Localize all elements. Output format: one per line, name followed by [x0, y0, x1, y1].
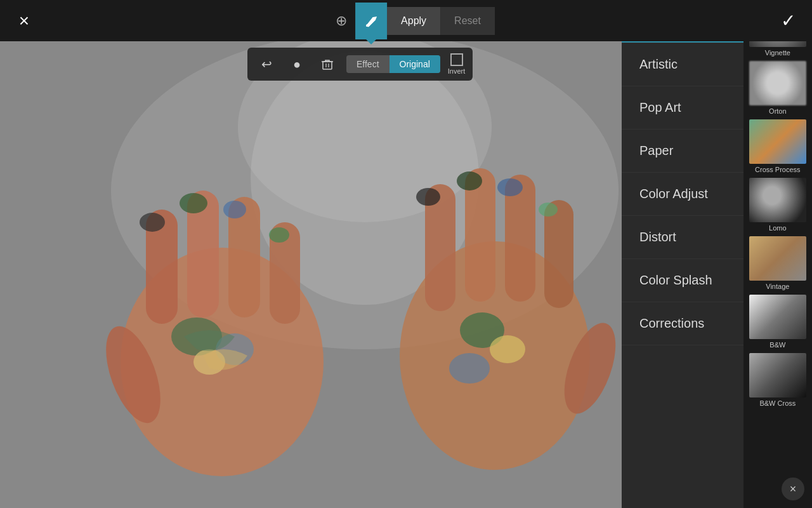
original-button[interactable]: Original — [390, 55, 440, 73]
category-paper[interactable]: Paper — [622, 130, 743, 173]
category-popart[interactable]: Pop Art — [622, 86, 743, 130]
effect-button[interactable]: Effect — [346, 55, 390, 73]
thumb-bwcross[interactable]: B&W Cross — [743, 353, 812, 409]
thumb-bwcross-img — [749, 353, 806, 398]
thumb-vintage[interactable]: Vintage — [743, 236, 812, 292]
category-distort[interactable]: Distort — [622, 216, 743, 259]
confirm-button[interactable]: ✓ — [774, 7, 802, 35]
thumb-orton-img — [749, 61, 806, 105]
thumb-vignette-label: Vignette — [765, 47, 790, 58]
thumb-lomo[interactable]: Lomo — [743, 178, 812, 234]
top-toolbar: × ⊕ Apply Reset ✓ — [0, 0, 812, 41]
invert-control[interactable]: Invert — [448, 53, 466, 75]
undo-button[interactable]: ↩ — [255, 53, 278, 76]
thumb-vintage-label: Vintage — [766, 281, 789, 292]
svg-rect-33 — [323, 62, 332, 69]
close-button[interactable]: × — [10, 7, 38, 35]
thumbnails-panel: Vignette Orton Cross Process Lomo Vintag… — [743, 0, 812, 508]
brush-size-button[interactable]: ● — [285, 53, 308, 76]
category-colorsplash[interactable]: Color Splash — [622, 259, 743, 302]
thumb-cross-process-img — [749, 119, 806, 164]
thumb-orton[interactable]: Orton — [743, 61, 812, 117]
thumb-bwcross-label: B&W Cross — [759, 398, 796, 409]
close-panel-button[interactable]: × — [782, 478, 804, 500]
svg-point-32 — [366, 24, 369, 27]
thumb-vintage-img — [749, 236, 806, 281]
invert-label: Invert — [448, 67, 466, 75]
effect-toggle: Effect Original — [346, 55, 440, 73]
right-panel: Fx Artistic Pop Art Paper Color Adjust D… — [622, 0, 812, 508]
thumb-lomo-label: Lomo — [769, 222, 787, 234]
sub-toolbar: ↩ ● Effect Original Invert — [247, 48, 473, 81]
crosshair-button[interactable]: ⊕ — [327, 7, 355, 35]
thumb-bw[interactable]: B&W — [743, 295, 812, 351]
category-artistic[interactable]: Artistic — [622, 43, 743, 86]
thumb-orton-label: Orton — [769, 105, 787, 117]
thumb-bw-label: B&W — [769, 339, 785, 351]
category-menu: Fx Artistic Pop Art Paper Color Adjust D… — [622, 0, 743, 508]
reset-button[interactable]: Reset — [440, 7, 495, 35]
trash-button[interactable] — [316, 53, 339, 76]
thumb-lomo-img — [749, 178, 806, 222]
thumb-bw-img — [749, 295, 806, 339]
invert-checkbox[interactable] — [450, 53, 463, 66]
category-corrections[interactable]: Corrections — [622, 302, 743, 345]
thumb-cross-process-label: Cross Process — [755, 164, 801, 175]
thumb-cross-process[interactable]: Cross Process — [743, 119, 812, 175]
category-coloradjust[interactable]: Color Adjust — [622, 173, 743, 216]
apply-button[interactable]: Apply — [387, 7, 440, 35]
brush-button[interactable] — [355, 3, 387, 39]
